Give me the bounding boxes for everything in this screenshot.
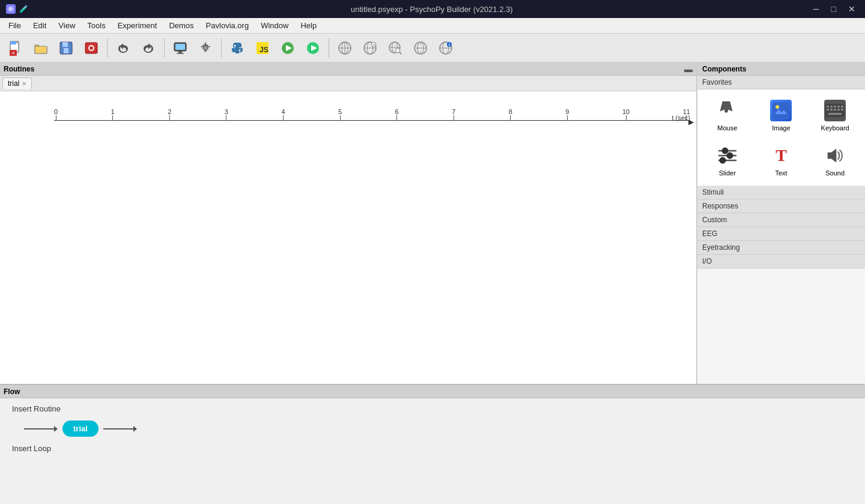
svg-rect-58	[834, 109, 836, 111]
component-keyboard[interactable]: Keyboard	[810, 94, 860, 136]
component-text[interactable]: T Text	[756, 139, 807, 181]
pilot-button[interactable]	[276, 36, 300, 60]
svg-point-20	[239, 49, 241, 51]
trial-tab-close[interactable]: ✕	[22, 80, 26, 87]
trial-tab[interactable]: trial ✕	[2, 77, 32, 89]
svg-rect-54	[837, 106, 840, 108]
monitor-button[interactable]	[168, 36, 192, 60]
menu-pavlovia[interactable]: Pavlovia.org	[200, 19, 255, 32]
svg-text:i: i	[449, 43, 450, 47]
toolbar: + JS	[0, 34, 865, 62]
menu-window[interactable]: Window	[255, 19, 294, 32]
svg-rect-53	[834, 106, 836, 108]
svg-text:+: +	[12, 50, 15, 56]
tick-5: 5	[338, 108, 342, 120]
menu-tools[interactable]: Tools	[81, 19, 111, 32]
components-label: Components	[702, 65, 746, 73]
menu-view[interactable]: View	[52, 19, 81, 32]
component-slider[interactable]: Slider	[702, 139, 753, 181]
section-eyetracking[interactable]: Eyetracking	[697, 241, 865, 255]
routines-panel: Routines ▬ trial ✕	[0, 62, 697, 384]
redo-button[interactable]	[136, 36, 160, 60]
globe2-button[interactable]	[358, 36, 382, 60]
globe5-button[interactable]: i	[434, 36, 458, 60]
component-sound[interactable]: Sound	[810, 139, 860, 181]
trial-flow-box[interactable]: trial	[62, 421, 99, 437]
window-title: untitled.psyexp - PsychoPy Builder (v202…	[54, 5, 810, 14]
svg-rect-57	[830, 109, 833, 111]
close-button[interactable]: ✕	[845, 3, 859, 15]
tick-3: 3	[225, 108, 228, 120]
flow-header: Flow	[0, 385, 865, 398]
svg-rect-61	[828, 113, 842, 115]
menu-file[interactable]: File	[2, 19, 27, 32]
svg-rect-8	[62, 42, 68, 47]
tick-9: 9	[565, 108, 569, 120]
new-button[interactable]: +	[4, 36, 28, 60]
routines-header: Routines ▬	[0, 62, 696, 76]
text-label: Text	[775, 169, 787, 177]
settings-button[interactable]	[193, 36, 217, 60]
section-io[interactable]: I/O	[697, 255, 865, 269]
flow-label: Flow	[4, 387, 20, 396]
menu-help[interactable]: Help	[294, 19, 323, 32]
svg-point-18	[204, 46, 207, 50]
flow-line-right	[103, 428, 133, 430]
keyboard-icon	[823, 99, 847, 123]
component-mouse[interactable]: Mouse	[702, 94, 753, 136]
menu-edit[interactable]: Edit	[27, 19, 52, 32]
routines-label: Routines	[4, 65, 34, 73]
python-button[interactable]	[225, 36, 249, 60]
svg-point-12	[90, 46, 93, 50]
section-favorites[interactable]: Favorites	[697, 76, 865, 90]
tick-2: 2	[168, 108, 171, 120]
component-image[interactable]: Image	[756, 94, 807, 136]
svg-rect-16	[177, 53, 184, 54]
maximize-button[interactable]: □	[828, 3, 840, 15]
titlebar: P 🧪 untitled.psyexp - PsychoPy Builder (…	[0, 0, 865, 18]
svg-rect-59	[837, 109, 840, 111]
insert-loop-button[interactable]: Insert Loop	[12, 444, 853, 453]
section-stimuli[interactable]: Stimuli	[697, 186, 865, 199]
svg-rect-9	[64, 48, 68, 53]
tick-7: 7	[452, 108, 455, 120]
image-icon	[769, 99, 793, 123]
section-responses[interactable]: Responses	[697, 199, 865, 213]
svg-rect-3	[10, 41, 16, 44]
main-area: Routines ▬ trial ✕	[0, 62, 865, 504]
svg-point-49	[775, 105, 779, 109]
record-button[interactable]	[79, 36, 103, 60]
insert-routine-button[interactable]: Insert Routine	[12, 404, 853, 413]
image-label: Image	[772, 124, 791, 132]
save-button[interactable]	[54, 36, 78, 60]
svg-point-19	[234, 44, 236, 46]
minimize-button[interactable]: ─	[810, 3, 823, 15]
js-button[interactable]: JS	[250, 36, 275, 60]
flow-content: Insert Routine trial Insert Loop	[0, 398, 865, 504]
mouse-icon	[715, 99, 739, 123]
globe1-button[interactable]	[333, 36, 357, 60]
section-custom[interactable]: Custom	[697, 213, 865, 227]
globe3-button[interactable]	[383, 36, 407, 60]
section-eeg[interactable]: EEG	[697, 227, 865, 241]
tick-1: 1	[111, 108, 115, 120]
trial-tab-label: trial	[8, 79, 19, 88]
menu-experiment[interactable]: Experiment	[112, 19, 163, 32]
components-panel: Components Favorites Mouse	[697, 62, 865, 384]
undo-button[interactable]	[111, 36, 135, 60]
menubar: File Edit View Tools Experiment Demos Pa…	[0, 18, 865, 34]
components-header: Components	[697, 62, 865, 76]
flow-panel: Flow Insert Routine trial Insert Loop	[0, 384, 865, 504]
menu-demos[interactable]: Demos	[163, 19, 199, 32]
svg-rect-14	[175, 44, 185, 50]
tick-10: 10	[622, 108, 630, 120]
open-button[interactable]	[29, 36, 53, 60]
sound-label: Sound	[825, 169, 845, 177]
globe4-button[interactable]	[408, 36, 432, 60]
tick-4: 4	[281, 108, 285, 120]
svg-text:P: P	[9, 7, 12, 12]
run-button[interactable]	[301, 36, 325, 60]
flow-line-left	[24, 428, 54, 430]
routines-expand-button[interactable]: ▬	[684, 64, 693, 74]
svg-rect-51	[827, 106, 829, 108]
